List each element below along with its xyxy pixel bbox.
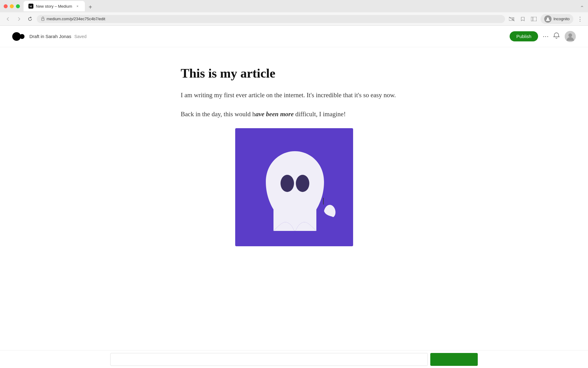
traffic-lights <box>4 4 20 8</box>
browser-more-button[interactable]: ⋮ <box>576 15 584 23</box>
address-bar[interactable]: medium.com/p/234ec75c4b7/edit <box>37 15 505 23</box>
svg-point-8 <box>568 33 572 37</box>
tab-close-button[interactable]: × <box>75 4 80 9</box>
ghost-svg <box>235 128 353 246</box>
article-paragraph-1: I am writing my first ever article on th… <box>181 90 407 101</box>
header-right: Publish ● ● ● <box>510 31 576 42</box>
browser-chrome: M New story – Medium × + ⌃ medium.com <box>0 0 588 26</box>
para1-text: I am writing my first ever article on th… <box>181 91 396 99</box>
para2-prefix: Back in the day, this would h <box>181 110 255 118</box>
close-traffic-light[interactable] <box>4 4 8 8</box>
forward-button[interactable] <box>15 15 23 23</box>
bookmark-icon[interactable] <box>518 15 527 23</box>
tab-title: New story – Medium <box>36 4 72 9</box>
lock-icon <box>41 17 45 21</box>
new-tab-button[interactable]: + <box>86 3 95 11</box>
incognito-avatar <box>544 15 552 23</box>
user-avatar[interactable] <box>565 31 576 42</box>
bottom-green-button[interactable] <box>430 353 478 366</box>
article-image <box>235 128 353 246</box>
draft-info: Draft in Sarah Jonas Saved <box>29 34 86 39</box>
article-body[interactable]: I am writing my first ever article on th… <box>181 90 407 119</box>
more-options-button[interactable]: ● ● ● <box>543 36 548 37</box>
minimize-traffic-light[interactable] <box>10 4 14 8</box>
publish-button[interactable]: Publish <box>510 31 538 41</box>
svg-rect-2 <box>42 18 44 21</box>
bottom-toolbar-inner[interactable] <box>110 353 428 366</box>
medium-logo-small-circle <box>20 34 24 39</box>
svg-rect-4 <box>531 17 537 21</box>
bottom-toolbar <box>0 350 588 368</box>
svg-text:M: M <box>29 5 32 8</box>
saved-badge: Saved <box>74 34 87 39</box>
article-paragraph-2: Back in the day, this would have been mo… <box>181 109 407 120</box>
nav-actions: Incognito ⋮ <box>507 14 584 24</box>
page-content: Draft in Sarah Jonas Saved Publish ● ● ● <box>0 26 588 368</box>
article-title[interactable]: This is my article <box>181 66 407 81</box>
incognito-label: Incognito <box>553 17 570 21</box>
refresh-button[interactable] <box>26 15 34 23</box>
maximize-traffic-light[interactable] <box>16 4 20 8</box>
text-cursor <box>323 198 324 205</box>
medium-logo-circles <box>12 32 24 41</box>
tab-favicon: M <box>28 4 33 9</box>
svg-point-11 <box>296 175 309 192</box>
navigation-bar: medium.com/p/234ec75c4b7/edit I <box>0 12 588 26</box>
article-image-container <box>181 128 407 246</box>
draft-label: Draft in Sarah Jonas <box>29 34 71 39</box>
url-text: medium.com/p/234ec75c4b7/edit <box>47 17 105 21</box>
editor-header: Draft in Sarah Jonas Saved Publish ● ● ● <box>0 26 588 47</box>
svg-point-10 <box>281 175 294 192</box>
notifications-button[interactable] <box>553 32 560 40</box>
medium-logo <box>12 32 24 41</box>
back-button[interactable] <box>4 15 12 23</box>
camera-off-icon[interactable] <box>507 15 516 23</box>
editor-content: This is my article I am writing my first… <box>181 66 407 252</box>
incognito-button[interactable]: Incognito <box>541 14 573 24</box>
para2-bold-italic: ave been more <box>255 110 294 118</box>
window-expand-button[interactable]: ⌃ <box>580 5 584 11</box>
browser-tab[interactable]: M New story – Medium × <box>24 1 85 11</box>
editor-area[interactable]: This is my article I am writing my first… <box>0 47 588 368</box>
para2-suffix: difficult, I imagine! <box>294 110 346 118</box>
title-bar: M New story – Medium × + ⌃ <box>0 0 588 12</box>
sidebar-icon[interactable] <box>530 15 538 23</box>
